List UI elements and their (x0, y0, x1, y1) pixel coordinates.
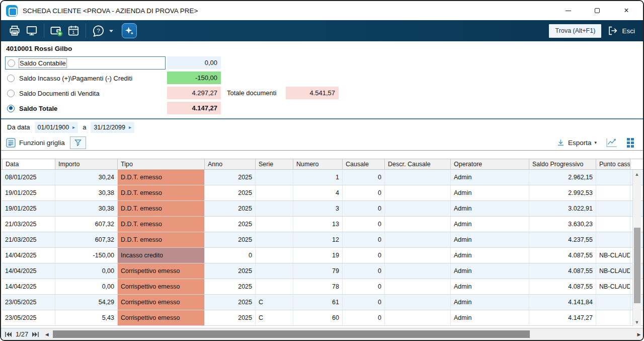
table-cell-punto_cassa: NB-CLAUDIO (596, 263, 630, 279)
table-cell-anno: 2025 (205, 310, 256, 325)
column-header-anno[interactable]: Anno (205, 159, 256, 169)
table-cell-data: 21/03/2025 (2, 232, 55, 247)
grid-toolbar: Funzioni griglia Esporta ▾ (1, 135, 643, 151)
filter-button[interactable] (70, 137, 86, 149)
table-row[interactable]: 23/05/202554,29Corrispettivo emesso2025C… (2, 295, 643, 310)
esci-label: Esci (622, 27, 635, 35)
table-cell-descr_causale (385, 310, 451, 325)
horizontal-scrollbar[interactable] (51, 328, 635, 340)
scroll-left-icon[interactable]: ◀ (43, 328, 51, 340)
totale-documenti-label: Totale documenti (227, 89, 276, 97)
column-header-operatore[interactable]: Operatore (451, 159, 529, 169)
table-row[interactable]: 14/04/20250,00Corrispettivo emesso202579… (2, 263, 643, 279)
table-cell-descr_causale (385, 217, 451, 232)
window-title: SCHEDA CLIENTE <PROVA - AZIENDA DI PROVA… (23, 7, 198, 15)
balance-label: Saldo Totale (19, 105, 57, 112)
table-cell-punto_cassa (596, 217, 630, 232)
column-header-saldo_progressivo[interactable]: Saldo Progressivo (529, 159, 596, 169)
trova-shortcut[interactable]: Trova (Alt+F1) (549, 24, 601, 38)
table-cell-punto_cassa (596, 232, 630, 247)
monitor-icon[interactable] (23, 23, 40, 39)
first-page-button[interactable] (5, 332, 12, 337)
date-to-field[interactable]: 31/12/2099 ▸ (91, 122, 134, 133)
column-header-descr_causale[interactable]: Descr. Causale (385, 159, 451, 169)
radio-row-saldo-documenti[interactable]: Saldo Documenti di Vendita (5, 87, 100, 100)
maximize-button[interactable] (592, 5, 603, 16)
ai-sparkle-icon[interactable] (122, 23, 137, 38)
radio-unchecked-icon[interactable] (8, 59, 15, 67)
help-icon[interactable]: ? (90, 23, 107, 39)
table-cell-numero: 60 (293, 310, 343, 325)
page-indicator: 1/27 (16, 330, 28, 338)
last-page-button[interactable] (32, 332, 39, 337)
table-cell-anno: 2025 (205, 232, 256, 247)
date-from-field[interactable]: 01/01/1900 ▸ (35, 122, 78, 133)
scroll-right-icon[interactable]: ▶ (635, 328, 643, 340)
table-row[interactable]: 08/01/202530,24D.D.T. emesso202510Admin2… (2, 170, 643, 185)
radio-unchecked-icon[interactable] (7, 75, 15, 82)
table-cell-tipo: Corrispettivo emesso (118, 295, 205, 310)
table-row[interactable]: 23/05/20255,43Corrispettivo emesso2025C6… (2, 310, 643, 326)
table-row[interactable]: 14/04/2025-150,00Incasso credito0190Admi… (2, 248, 643, 263)
column-header-serie[interactable]: Serie (256, 159, 293, 169)
column-header-importo[interactable]: Importo (55, 159, 118, 169)
table-cell-saldo_progressivo: 2.962,15 (529, 170, 596, 185)
esporta-caret-icon: ▾ (594, 140, 597, 145)
scroll-up-icon[interactable]: ▲ (633, 170, 641, 178)
column-header-data[interactable]: Data (2, 159, 55, 169)
scroll-down-icon[interactable]: ▼ (633, 318, 641, 326)
table-cell-numero: 19 (293, 248, 343, 263)
column-header-causale[interactable]: Causale (343, 159, 385, 169)
radio-unchecked-icon[interactable] (7, 90, 15, 97)
calendar-icon[interactable]: 1 (65, 23, 82, 39)
column-header-tipo[interactable]: Tipo (118, 159, 205, 169)
table-cell-serie (256, 248, 293, 263)
date-picker-arrow-icon[interactable]: ▸ (72, 124, 75, 130)
table-cell-importo: 0,00 (55, 279, 118, 294)
chart-icon[interactable] (606, 138, 618, 148)
minimize-button[interactable] (562, 5, 574, 16)
svg-text:1: 1 (72, 30, 75, 35)
table-cell-tipo: D.D.T. emesso (118, 217, 205, 232)
radio-checked-icon[interactable] (7, 105, 15, 112)
column-header-punto_cassa[interactable]: Punto cassa (596, 159, 630, 169)
esporta-button[interactable]: Esporta ▾ (556, 139, 597, 147)
table-cell-operatore: Admin (451, 201, 529, 216)
wallet-add-icon[interactable] (48, 23, 65, 39)
table-row[interactable]: 21/03/2025607,32D.D.T. emesso2025130Admi… (2, 217, 643, 232)
table-header-row: DataImportoTipoAnnoSerieNumeroCausaleDes… (1, 159, 643, 170)
table-row[interactable]: 14/04/20250,00Corrispettivo emesso202578… (2, 279, 643, 295)
table-cell-numero: 79 (293, 263, 343, 279)
radio-row-saldo-incasso[interactable]: Saldo Incasso (+)\Pagamenti (-) Crediti (5, 72, 132, 85)
table-cell-serie: C (256, 310, 293, 325)
table-cell-operatore: Admin (451, 248, 529, 263)
column-header-numero[interactable]: Numero (293, 159, 343, 169)
radio-row-saldo-contabile[interactable]: Saldo Contabile (5, 56, 166, 70)
table-cell-punto_cassa (596, 170, 630, 185)
esci-button[interactable]: Esci (607, 25, 638, 36)
close-button[interactable]: × (621, 5, 632, 16)
date-from-value: 01/01/1900 (38, 124, 69, 131)
saldo-incasso-value: -150,00 (167, 72, 221, 84)
date-picker-arrow-icon[interactable]: ▸ (129, 124, 131, 130)
table-row[interactable]: 21/03/2025607,32D.D.T. emesso2025120Admi… (2, 232, 643, 248)
table-row[interactable]: 19/01/202530,38D.D.T. emesso202540Admin2… (2, 185, 643, 201)
table-row[interactable]: 19/01/202530,38D.D.T. emesso202530Admin3… (2, 201, 643, 217)
print-icon[interactable] (6, 23, 23, 39)
table-cell-operatore: Admin (451, 185, 529, 200)
table-cell-operatore: Admin (451, 170, 529, 185)
funzioni-griglia-label: Funzioni griglia (19, 139, 65, 147)
table-cell-causale: 0 (343, 248, 385, 263)
table-cell-importo: 30,24 (55, 170, 118, 185)
funzioni-griglia-button[interactable]: Funzioni griglia (6, 138, 65, 148)
horizontal-scrollbar-thumb[interactable] (53, 330, 530, 338)
table-cell-numero: 78 (293, 279, 343, 294)
table-cell-tipo: D.D.T. emesso (118, 201, 205, 216)
radio-row-saldo-totale[interactable]: Saldo Totale (5, 102, 57, 115)
help-dropdown-caret[interactable] (109, 29, 114, 33)
vertical-scrollbar-thumb[interactable] (634, 228, 640, 303)
vertical-scrollbar[interactable]: ▲ ▼ (632, 170, 641, 326)
grid-view-icon[interactable] (627, 138, 634, 148)
table-cell-serie: C (256, 295, 293, 310)
table-cell-descr_causale (385, 185, 451, 200)
